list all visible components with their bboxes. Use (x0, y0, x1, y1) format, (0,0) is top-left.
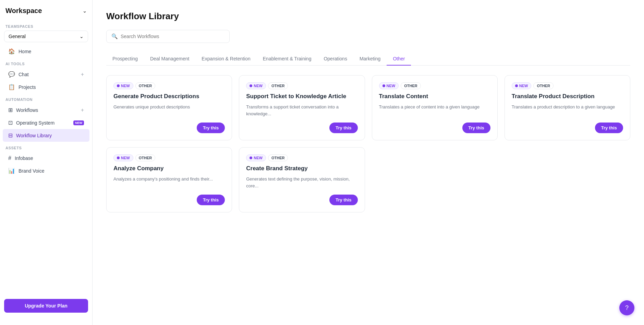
upgrade-button[interactable]: Upgrade Your Plan (4, 299, 88, 313)
tab-enablement-training[interactable]: Enablement & Training (257, 53, 318, 66)
infobase-icon: # (8, 155, 11, 161)
tab-deal-management[interactable]: Deal Management (144, 53, 195, 66)
sidebar-item-label: Workflow Library (16, 133, 52, 138)
sidebar-item-label: Workflows (16, 107, 38, 113)
card-badges: NEW OTHER (113, 154, 225, 161)
try-button[interactable]: Try this (197, 123, 225, 133)
sidebar-item-brand-voice[interactable]: 📊 Brand Voice (3, 164, 89, 177)
workspace-header[interactable]: Workspace ⌄ (0, 7, 92, 20)
sidebar-item-label: Chat (19, 72, 29, 77)
operating-system-icon: ⊡ (8, 119, 13, 126)
badge-dot (250, 156, 252, 159)
tabs-bar: Prospecting Deal Management Expansion & … (106, 53, 630, 66)
card-translate-content: NEW OTHER Translate Content Translates a… (372, 75, 498, 140)
category-badge: OTHER (401, 82, 421, 89)
sidebar-item-operating-system[interactable]: ⊡ Operating System NEW (3, 116, 89, 129)
card-badges: NEW OTHER (512, 82, 623, 89)
new-badge: NEW (246, 154, 266, 161)
new-badge: NEW (246, 82, 266, 89)
card-generate-product-descriptions: NEW OTHER Generate Product Descriptions … (106, 75, 232, 140)
card-desc: Translates a piece of content into a giv… (379, 104, 490, 118)
workflows-add-button[interactable]: + (81, 107, 84, 113)
card-title: Support Ticket to Knowledge Article (246, 93, 357, 100)
sidebar-item-label: Operating System (16, 120, 54, 126)
workspace-label: Workspace (5, 7, 42, 15)
card-footer: Try this (113, 123, 225, 133)
card-desc: Transforms a support ticket conversation… (246, 104, 357, 118)
search-input[interactable] (121, 34, 224, 39)
page-title: Workflow Library (106, 11, 630, 22)
card-badges: NEW OTHER (379, 82, 490, 89)
card-title: Generate Product Descriptions (113, 93, 225, 100)
category-badge: OTHER (268, 154, 288, 161)
brand-voice-icon: 📊 (8, 167, 15, 174)
teamspace-value: General (9, 34, 26, 39)
card-desc: Generates text defining the purpose, vis… (246, 176, 357, 190)
workflows-actions: + (81, 107, 84, 113)
os-badge-area: NEW (73, 120, 84, 125)
sidebar-item-home[interactable]: 🏠 Home (3, 45, 89, 58)
tab-prospecting[interactable]: Prospecting (106, 53, 144, 66)
workflows-icon: ⊞ (8, 107, 13, 113)
workflow-library-icon: ⊟ (8, 132, 13, 139)
teamspace-selector[interactable]: General ⌄ (4, 31, 88, 42)
try-button[interactable]: Try this (329, 123, 357, 133)
cards-grid: NEW OTHER Generate Product Descriptions … (106, 75, 630, 212)
category-badge: OTHER (135, 154, 156, 161)
sidebar-scroll: Teamspaces General ⌄ 🏠 Home AI Tools 💬 C… (0, 20, 92, 299)
card-analyze-company: NEW OTHER Analyze Company Analyzes a com… (106, 147, 232, 212)
card-badges: NEW OTHER (246, 154, 357, 161)
tab-marketing[interactable]: Marketing (353, 53, 387, 66)
card-footer: Try this (113, 195, 225, 205)
sidebar-item-label: Projects (19, 84, 36, 90)
automation-label: Automation (0, 93, 92, 104)
chat-add-button[interactable]: + (81, 71, 84, 78)
sidebar-item-infobase[interactable]: # Infobase (3, 152, 89, 164)
card-desc: Translates a product description to a gi… (512, 104, 623, 118)
new-badge: NEW (379, 82, 399, 89)
card-support-ticket-knowledge: NEW OTHER Support Ticket to Knowledge Ar… (239, 75, 365, 140)
sidebar-item-chat[interactable]: 💬 Chat + (3, 68, 89, 81)
card-translate-product-description: NEW OTHER Translate Product Description … (505, 75, 630, 140)
card-title: Create Brand Strategy (246, 165, 357, 172)
home-icon: 🏠 (8, 48, 15, 55)
sidebar-item-workflows[interactable]: ⊞ Workflows + (3, 104, 89, 116)
badge-dot (515, 84, 518, 87)
category-badge: OTHER (533, 82, 554, 89)
category-badge: OTHER (268, 82, 288, 89)
try-button[interactable]: Try this (197, 195, 225, 205)
tab-operations[interactable]: Operations (317, 53, 353, 66)
assets-label: Assets (0, 142, 92, 152)
badge-dot (117, 156, 120, 159)
card-desc: Generates unique product descriptions (113, 104, 225, 118)
card-footer: Try this (512, 123, 623, 133)
card-title: Translate Content (379, 93, 490, 100)
sidebar-item-label: Home (19, 49, 31, 54)
sidebar-item-projects[interactable]: 📋 Projects (3, 81, 89, 93)
card-footer: Try this (246, 195, 357, 205)
new-badge: NEW (113, 82, 133, 89)
new-badge: NEW (512, 82, 532, 89)
projects-icon: 📋 (8, 84, 15, 90)
tab-expansion-retention[interactable]: Expansion & Retention (195, 53, 256, 66)
sidebar-item-workflow-library[interactable]: ⊟ Workflow Library (3, 129, 89, 142)
help-button[interactable]: ? (619, 300, 634, 315)
card-footer: Try this (379, 123, 490, 133)
teamspaces-label: Teamspaces (0, 20, 92, 31)
try-button[interactable]: Try this (595, 123, 623, 133)
card-badges: NEW OTHER (113, 82, 225, 89)
try-button[interactable]: Try this (462, 123, 490, 133)
help-icon: ? (625, 304, 629, 312)
chat-actions: + (81, 71, 84, 78)
try-button[interactable]: Try this (329, 195, 357, 205)
card-desc: Analyzes a company's positioning and fin… (113, 176, 225, 190)
category-badge: OTHER (135, 82, 156, 89)
card-footer: Try this (246, 123, 357, 133)
badge-dot (382, 84, 385, 87)
card-badges: NEW OTHER (246, 82, 357, 89)
tab-other[interactable]: Other (387, 53, 411, 66)
teamspace-chevron-icon: ⌄ (80, 34, 84, 39)
search-icon: 🔍 (111, 33, 118, 39)
sidebar-item-label: Infobase (15, 155, 33, 161)
badge-dot (250, 84, 252, 87)
